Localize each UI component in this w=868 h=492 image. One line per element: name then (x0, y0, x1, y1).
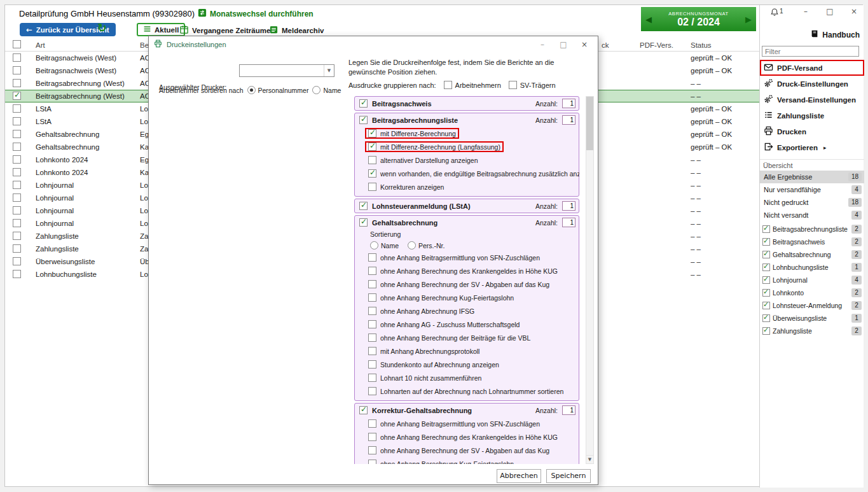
filter-checkbox[interactable] (762, 251, 770, 258)
dialog-close-button[interactable]: × (576, 40, 593, 49)
scrollbar-thumb[interactable] (586, 97, 593, 150)
row-checkbox[interactable] (13, 130, 21, 138)
zahlungsliste-button[interactable]: Zahlungsliste (760, 108, 864, 123)
option-checkbox[interactable] (368, 253, 376, 262)
option-row[interactable]: ohne Anhang Berechnung des Krankengeldes… (355, 430, 579, 444)
anzahl-input[interactable] (562, 405, 575, 415)
monatswechsel-button[interactable]: Monatswechsel durchführen (198, 8, 313, 19)
row-checkbox[interactable] (13, 117, 21, 125)
radio[interactable] (312, 86, 320, 94)
row-checkbox[interactable] (13, 79, 21, 87)
option-checkbox[interactable] (368, 129, 376, 137)
select-all-checkbox[interactable] (13, 40, 21, 48)
radio[interactable] (247, 86, 256, 94)
druck-einstellungen-button[interactable]: Druck-Einstellungen (760, 76, 864, 92)
section-checkbox[interactable] (359, 99, 368, 108)
filter-checkbox[interactable] (762, 327, 770, 335)
report-section[interactable]: Lohnsteueranmeldung (LStA) Anzahl: (354, 199, 579, 213)
filter-checkbox[interactable] (762, 302, 770, 309)
sort-option-name[interactable]: Name (312, 86, 341, 94)
report-section-header[interactable]: Gehaltsabrechnung Anzahl: (355, 216, 579, 229)
filter-item[interactable]: Lohnsteuer-Anmeldung 2 (760, 299, 864, 312)
option-row[interactable]: alternativer Darstellung anzeigen (355, 153, 579, 167)
option-checkbox[interactable] (368, 334, 376, 342)
report-section-header[interactable]: Beitragsabrechnungsliste Anzahl: (355, 113, 579, 127)
option-row[interactable]: Lohnart 10 nicht zusammenführen (355, 371, 579, 384)
filter-item[interactable]: Beitragsabrechnungsliste 2 (760, 223, 864, 235)
option-row[interactable]: mit Differenz-Berechnung (355, 127, 579, 140)
overview-item[interactable]: Nicht gedruckt 18 (760, 196, 864, 209)
filter-item[interactable]: Beitragsnachweis 2 (760, 235, 864, 248)
filter-checkbox[interactable] (762, 264, 770, 271)
notifications-button[interactable]: 1 (770, 8, 783, 19)
maximize-button[interactable]: □ (822, 7, 837, 16)
option-row[interactable]: ohne Anhang Berechnung des Krankengeldes… (355, 264, 579, 278)
dialog-maximize-button[interactable]: □ (555, 40, 572, 49)
report-section[interactable]: Beitragsabrechnungsliste Anzahl: (354, 113, 579, 197)
sort-radio-option[interactable]: Name (370, 241, 399, 250)
radio[interactable] (408, 241, 416, 250)
row-checkbox[interactable] (13, 193, 21, 202)
option-row[interactable]: ohne Anhang Berechnung der SV - Abgaben … (355, 278, 579, 291)
report-section-header[interactable]: Korrektur-Gehaltsabrechnung Anzahl: (355, 404, 579, 417)
report-section[interactable]: Beitragsnachweis Anzahl: (354, 96, 579, 111)
option-row[interactable]: Stundenkonto auf Abrechnung anzeigen (355, 358, 579, 371)
sort-option-personalnummer[interactable]: Personalnummer (247, 86, 309, 94)
row-checkbox[interactable] (13, 168, 21, 176)
option-row[interactable]: Lohnarten auf der Abrechnung nach Lohnar… (355, 384, 579, 398)
option-row[interactable]: ohne Anhang Abrechnung IFSG (355, 304, 579, 318)
row-checkbox[interactable] (13, 53, 21, 62)
report-section-header[interactable]: Beitragsnachweis Anzahl: (355, 97, 579, 110)
option-row[interactable]: ohne Anhang Berechnung Kug-Feiertagslohn (355, 457, 579, 464)
scroll-down-button[interactable]: ▼ (586, 455, 593, 463)
handbuch-button[interactable]: Handbuch (810, 29, 860, 40)
option-checkbox[interactable] (368, 374, 376, 382)
anzahl-input[interactable] (562, 201, 575, 211)
anzahl-input[interactable] (562, 218, 575, 227)
checkbox[interactable] (509, 81, 517, 89)
option-checkbox[interactable] (368, 320, 376, 328)
row-checkbox[interactable] (13, 270, 21, 278)
option-checkbox[interactable] (368, 419, 376, 428)
filter-checkbox[interactable] (762, 289, 770, 297)
pdf-versand-button[interactable]: PDF-Versand (760, 60, 864, 76)
meldearchiv-button[interactable]: Meldearchiv (269, 25, 324, 36)
option-row[interactable]: wenn vorhanden, die endgültige Beitragsa… (355, 167, 579, 180)
printer-combobox[interactable]: ▼ (239, 64, 334, 77)
report-section[interactable]: Gehaltsabrechnung Anzahl: Sortierung Nam… (354, 215, 579, 401)
filter-item[interactable]: Lohnbuchungsliste 1 (760, 261, 864, 274)
filter-item[interactable]: Lohnjournal 4 (760, 274, 864, 286)
option-row[interactable]: ohne Anhang AG - Zuschuss Mutterschaftsg… (355, 318, 579, 331)
option-checkbox[interactable] (368, 267, 376, 275)
dialog-minimize-button[interactable]: – (534, 40, 551, 49)
option-checkbox[interactable] (368, 183, 376, 191)
option-row[interactable]: ohne Anhang Beitragsermittlung von SFN-Z… (355, 251, 579, 264)
aktuell-button[interactable]: Aktuell (137, 23, 185, 36)
exportieren-button[interactable]: Exportieren ▸ (760, 139, 864, 155)
report-section[interactable]: Korrektur-Gehaltsabrechnung Anzahl: (354, 403, 579, 464)
option-checkbox[interactable] (368, 387, 376, 395)
row-checkbox[interactable] (13, 104, 21, 113)
row-checkbox[interactable] (13, 219, 21, 227)
minimize-button[interactable]: – (798, 7, 813, 16)
row-checkbox[interactable] (13, 155, 21, 164)
filter-item[interactable]: Zahlungsliste 2 (760, 325, 864, 337)
dropdown-arrow-icon[interactable]: ▼ (324, 65, 334, 76)
report-section-header[interactable]: Lohnsteueranmeldung (LStA) Anzahl: (355, 199, 579, 213)
section-checkbox[interactable] (359, 116, 368, 124)
option-row[interactable]: ohne Anhang Beitragsermittlung von SFN-Z… (355, 417, 579, 430)
drucken-button[interactable]: Drucken (760, 123, 864, 139)
row-checkbox[interactable] (13, 66, 21, 74)
option-checkbox[interactable] (368, 169, 376, 178)
filter-item[interactable]: Gehaltsabrechnung 2 (760, 248, 864, 261)
row-checkbox[interactable] (13, 143, 21, 151)
option-row[interactable]: Korrekturen anzeigen (355, 180, 579, 193)
option-checkbox[interactable] (368, 433, 376, 441)
row-checkbox[interactable] (13, 181, 21, 189)
row-checkbox[interactable] (13, 232, 21, 240)
option-row[interactable]: ohne Anhang Berechnung Kug-Feiertagslohn (355, 291, 579, 304)
option-row[interactable]: mit Anhang Abrechnungsprotokoll (355, 344, 579, 358)
option-checkbox[interactable] (368, 307, 376, 315)
overview-item[interactable]: Nicht versandt 4 (760, 209, 864, 221)
filter-checkbox[interactable] (762, 276, 770, 284)
